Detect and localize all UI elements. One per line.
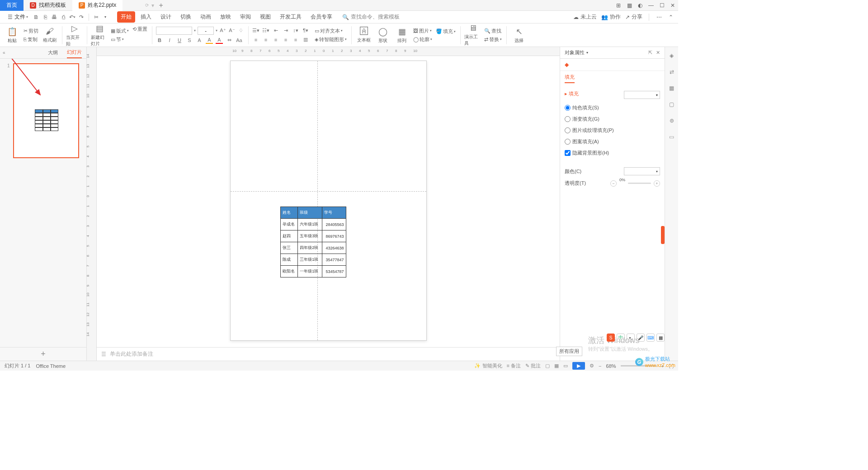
new-slide-button[interactable]: ▤新建幻灯片: [91, 25, 108, 45]
table-cell[interactable]: 35477847: [322, 254, 346, 266]
copy-button[interactable]: ⎘复制: [23, 36, 39, 43]
menu-tab-view[interactable]: 视图: [256, 11, 274, 23]
smart-beautify-button[interactable]: ✨ 智能美化: [474, 362, 502, 369]
table-row[interactable]: 欧阳名一年级1班53454787: [280, 266, 346, 277]
cut-quick-icon[interactable]: ✂: [93, 14, 100, 21]
tab-thumbnails[interactable]: 幻灯片: [67, 47, 82, 58]
menu-tab-design[interactable]: 设计: [157, 11, 175, 23]
more-icon[interactable]: ⋯: [656, 14, 663, 21]
notes-toggle[interactable]: ≡ 备注: [507, 362, 521, 369]
share-button[interactable]: ↗分享: [625, 13, 642, 21]
ime-toolbar[interactable]: S 中 •, 🎤 ⌨ ▦: [607, 334, 665, 342]
text-dir-icon[interactable]: ¶▾: [302, 27, 309, 34]
reset-button[interactable]: ⟲重置: [132, 25, 148, 33]
table-cell[interactable]: 五年级3班: [298, 230, 322, 242]
tab-outline[interactable]: 大纲: [48, 47, 58, 58]
menu-tab-member[interactable]: 会员专享: [307, 11, 336, 23]
indent-inc-icon[interactable]: ⇥: [282, 27, 289, 34]
align-justify-icon[interactable]: ≡: [282, 36, 289, 43]
font-color-icon[interactable]: A: [216, 37, 223, 44]
menu-tab-slideshow[interactable]: 放映: [217, 11, 235, 23]
table-cell[interactable]: 三年级1班: [298, 254, 322, 266]
close-panel-icon[interactable]: ✕: [656, 50, 660, 56]
table-cell[interactable]: 一年级1班: [298, 266, 322, 277]
font-name-input[interactable]: [156, 27, 192, 35]
font-increase-icon[interactable]: A⁺: [219, 27, 226, 34]
from-start-button[interactable]: ▷当页开始: [66, 25, 83, 45]
gradient-fill-radio[interactable]: 渐变填充(G): [565, 116, 599, 122]
table-cell[interactable]: 张三: [280, 242, 298, 254]
format-painter-button[interactable]: 🖌格式刷: [41, 25, 58, 45]
view-normal-icon[interactable]: ▢: [545, 363, 550, 369]
table-cell[interactable]: 欧阳名: [280, 266, 298, 277]
data-table[interactable]: 姓名 班级 学号 举成名六年级1班28405563赵四五年级3班86976743…: [280, 207, 346, 277]
slide-thumbnail[interactable]: [13, 63, 79, 158]
quick-dropdown[interactable]: ▾: [102, 14, 109, 21]
menu-tab-start[interactable]: 开始: [117, 11, 135, 23]
save-as-icon[interactable]: ⎘: [42, 14, 49, 21]
indent-dec-icon[interactable]: ⇤: [272, 27, 279, 34]
grid-icon[interactable]: ▦: [624, 0, 635, 11]
color-picker[interactable]: ▾: [624, 167, 660, 175]
table-cell[interactable]: 陈成: [280, 254, 298, 266]
cloud-button[interactable]: ☁未上云: [573, 13, 597, 21]
opacity-increase[interactable]: +: [654, 180, 660, 187]
layout-icon[interactable]: ⊞: [613, 0, 624, 11]
fill-button[interactable]: 🪣填充▾: [435, 28, 457, 35]
view-sorter-icon[interactable]: ▦: [554, 363, 559, 369]
font-size-input[interactable]: [198, 27, 214, 35]
align-text-button[interactable]: ▭对齐文本▾: [314, 27, 348, 35]
undo-icon[interactable]: ↶▾: [69, 14, 76, 21]
table-cell[interactable]: 53454787: [322, 266, 346, 277]
minimize-button[interactable]: —: [646, 0, 656, 11]
table-cell[interactable]: 43264638: [322, 242, 346, 254]
table-row[interactable]: 张三四年级2班43264638: [280, 242, 346, 254]
italic-icon[interactable]: I: [166, 37, 173, 44]
side-book-icon[interactable]: ▭: [668, 133, 676, 141]
menu-button[interactable]: ☰文件▾: [4, 12, 31, 22]
pattern-fill-radio[interactable]: 图案填充(A): [565, 138, 599, 145]
zoom-out-icon[interactable]: −: [599, 363, 601, 369]
notes-bar[interactable]: ☰ 单击此处添加备注: [97, 347, 560, 361]
hide-bg-checkbox[interactable]: 隐藏背景图形(H): [565, 150, 609, 156]
underline-icon[interactable]: U: [176, 37, 183, 44]
outline-button[interactable]: ◯轮廓▾: [412, 36, 433, 43]
align-dist-icon[interactable]: ≡: [292, 36, 299, 43]
arrange-button[interactable]: ▦排列: [393, 25, 410, 45]
slide-page[interactable]: 姓名 班级 学号 举成名六年级1班28405563赵四五年级3班86976743…: [230, 61, 427, 341]
solid-fill-radio[interactable]: 纯色填充(S): [565, 104, 599, 111]
fill-tab[interactable]: 填充: [565, 74, 575, 83]
line-space-icon[interactable]: ↕▾: [292, 27, 299, 34]
scroll-handle[interactable]: [661, 226, 665, 244]
collab-button[interactable]: 👥协作: [601, 13, 621, 21]
bold-icon[interactable]: B: [156, 37, 163, 44]
align-right-icon[interactable]: ≡: [272, 36, 279, 43]
table-cell[interactable]: 六年级1班: [298, 219, 322, 230]
select-button[interactable]: ↖选择: [510, 25, 528, 45]
side-pin-icon[interactable]: ⊚: [668, 117, 676, 125]
tab-document[interactable]: P 姓名22.pptx: [72, 0, 123, 11]
table-row[interactable]: 赵四五年级3班86976743: [280, 230, 346, 242]
table-cell[interactable]: 四年级2班: [298, 242, 322, 254]
save-icon[interactable]: 🗎: [33, 14, 40, 21]
fill-preset-dropdown[interactable]: ▾: [624, 91, 660, 99]
add-tab[interactable]: +: [154, 1, 167, 9]
table-row[interactable]: 陈成三年级1班35477847: [280, 254, 346, 266]
maximize-button[interactable]: ☐: [656, 0, 667, 11]
char-spacing-icon[interactable]: ⇔: [226, 37, 233, 44]
columns-icon[interactable]: ▥: [302, 36, 309, 43]
sub-icon[interactable]: A: [196, 37, 203, 44]
smart-art-button[interactable]: ◈转智能图形▾: [314, 36, 348, 43]
outline2-button[interactable]: [435, 36, 457, 42]
tab-home[interactable]: 首页: [0, 0, 24, 11]
table-cell[interactable]: 28405563: [322, 219, 346, 230]
shape-button[interactable]: ◯形状: [374, 25, 392, 45]
table-cell[interactable]: 86976743: [322, 230, 346, 242]
table-header[interactable]: 班级: [298, 207, 322, 219]
replace-button[interactable]: ⇄替换▾: [483, 36, 503, 43]
font-decrease-icon[interactable]: A⁻: [228, 27, 236, 34]
highlight-icon[interactable]: A: [206, 37, 213, 44]
menu-tab-insert[interactable]: 插入: [137, 11, 155, 23]
table-cell[interactable]: 赵四: [280, 230, 298, 242]
side-template-icon[interactable]: ▦: [668, 84, 676, 92]
